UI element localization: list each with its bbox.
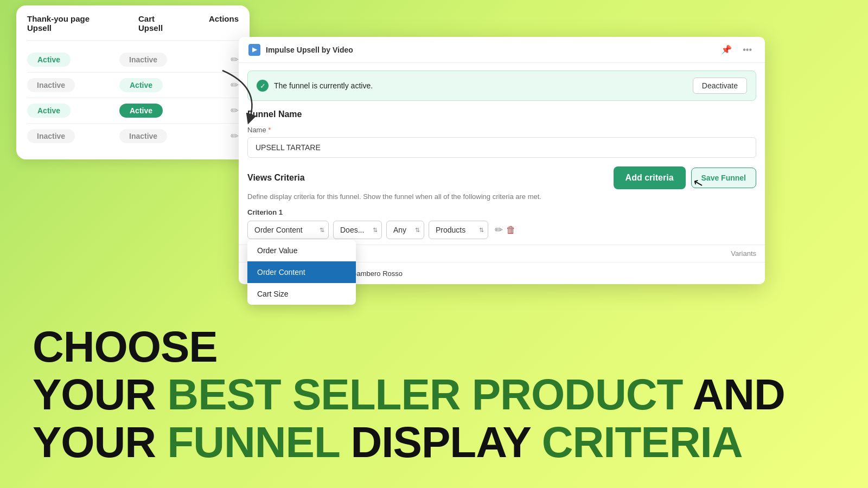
variants-col-header: Variants	[702, 249, 756, 258]
row1-col2-badge: Inactive	[119, 53, 167, 67]
funnel-row-1: Active Inactive ✏	[27, 47, 239, 73]
criteria-action-buttons: Add criteria Save Funnel	[614, 166, 756, 189]
does-selector-wrapper[interactable]: Does...	[333, 221, 382, 239]
row2-col1-badge: Inactive	[27, 78, 75, 92]
row3-edit-icon[interactable]: ✏	[231, 105, 239, 116]
active-status-banner: ✓ The funnel is currently active. Deacti…	[247, 70, 756, 101]
dropdown-cart-size[interactable]: Cart Size	[247, 283, 356, 305]
row3-col1-badge: Active	[27, 104, 71, 118]
deactivate-button[interactable]: Deactivate	[693, 78, 747, 94]
views-criteria-section: Views Criteria Add criteria Save Funnel …	[239, 158, 765, 239]
funnel-modal: ▶ Impulse Upsell by Video 📌 ••• ✓ The fu…	[239, 37, 765, 284]
criterion-edit-icon[interactable]: ✏	[495, 224, 503, 236]
name-field-label: Name *	[247, 126, 756, 134]
criterion-type-dropdown: Order Value Order Content Cart Size	[247, 240, 356, 305]
row3-col2-badge: Active	[119, 104, 163, 118]
col-thankyou-header: Thank-you page Upsell	[27, 14, 106, 33]
modal-menu-button[interactable]: •••	[739, 43, 755, 56]
criterion-1-label: Criterion 1	[247, 208, 756, 216]
active-banner-message: The funnel is currently active.	[274, 81, 373, 90]
required-indicator: *	[268, 126, 271, 134]
row2-edit-icon[interactable]: ✏	[231, 80, 239, 91]
funnel-name-section: Funnel Name Name *	[239, 101, 765, 158]
row2-col2-badge: Active	[119, 78, 163, 92]
save-funnel-button[interactable]: Save Funnel	[691, 168, 756, 188]
criterion-type-select[interactable]: Order Content	[247, 221, 329, 239]
funnel-list-header: Thank-you page Upsell Cart Upsell Action…	[27, 14, 239, 41]
funnel-row-2: Inactive Active ✏	[27, 73, 239, 98]
row4-col1-badge: Inactive	[27, 129, 75, 143]
funnel-name-title: Funnel Name	[247, 110, 756, 119]
criterion-action-icons: ✏ 🗑	[495, 224, 516, 236]
funnel-list-panel: Thank-you page Upsell Cart Upsell Action…	[16, 5, 250, 159]
modal-header-actions: 📌 •••	[718, 43, 755, 56]
row1-col1-badge: Active	[27, 53, 71, 67]
criterion-delete-icon[interactable]: 🗑	[506, 224, 516, 236]
dropdown-order-content[interactable]: Order Content	[247, 261, 356, 283]
bottom-line-1: CHOOSE	[33, 323, 835, 371]
products-selector-wrapper[interactable]: Products	[429, 221, 488, 239]
modal-app-icon: ▶	[248, 44, 260, 56]
funnel-name-input[interactable]	[247, 137, 756, 158]
funnel-row-3: Active Active ✏	[27, 98, 239, 124]
col-cart-header: Cart Upsell	[138, 14, 176, 33]
products-select[interactable]: Products	[429, 221, 488, 239]
criterion-type-selector-wrapper[interactable]: Order Content Order Value Order Content …	[247, 221, 329, 239]
criterion-1-row: Order Content Order Value Order Content …	[247, 221, 756, 239]
criteria-description: Define display criteria for this funnel.…	[247, 192, 756, 201]
row4-col2-badge: Inactive	[119, 129, 167, 143]
active-status-left: ✓ The funnel is currently active.	[257, 80, 373, 92]
check-icon: ✓	[257, 80, 269, 92]
does-select[interactable]: Does...	[333, 221, 382, 239]
any-select[interactable]: Any	[386, 221, 424, 239]
funnel-row-4: Inactive Inactive ✏	[27, 124, 239, 149]
criteria-title: Views Criteria	[247, 173, 305, 183]
bottom-line-3: YOUR FUNNEL DISPLAY CRITERIA	[33, 419, 835, 466]
row4-edit-icon[interactable]: ✏	[231, 131, 239, 142]
add-criteria-button[interactable]: Add criteria	[614, 166, 686, 189]
modal-pin-button[interactable]: 📌	[718, 43, 735, 56]
bottom-line-2: YOUR BEST SELLER PRODUCT AND	[33, 371, 835, 419]
dropdown-order-value[interactable]: Order Value	[247, 240, 356, 261]
row1-edit-icon[interactable]: ✏	[231, 54, 239, 65]
criteria-header: Views Criteria Add criteria Save Funnel	[247, 166, 756, 189]
col-actions-header: Actions	[209, 14, 239, 33]
modal-header: ▶ Impulse Upsell by Video 📌 •••	[239, 37, 765, 63]
any-selector-wrapper[interactable]: Any	[386, 221, 424, 239]
modal-title: Impulse Upsell by Video	[266, 46, 712, 54]
bottom-text-section: CHOOSE YOUR BEST SELLER PRODUCT AND YOUR…	[0, 307, 868, 488]
